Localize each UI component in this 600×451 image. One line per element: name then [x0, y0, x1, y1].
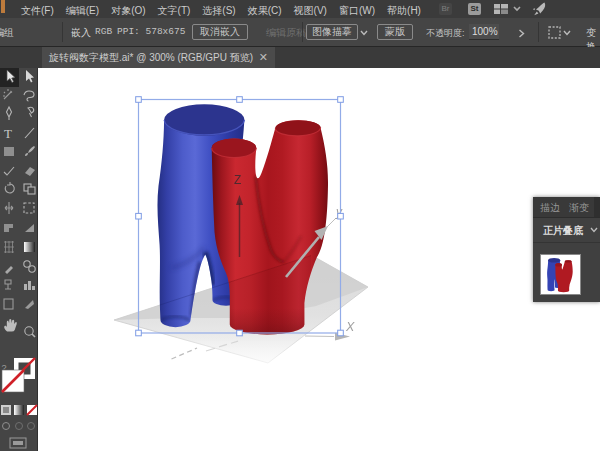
svg-text:Z: Z [234, 173, 241, 187]
svg-text:X: X [345, 320, 355, 334]
svg-text:T: T [4, 126, 12, 141]
